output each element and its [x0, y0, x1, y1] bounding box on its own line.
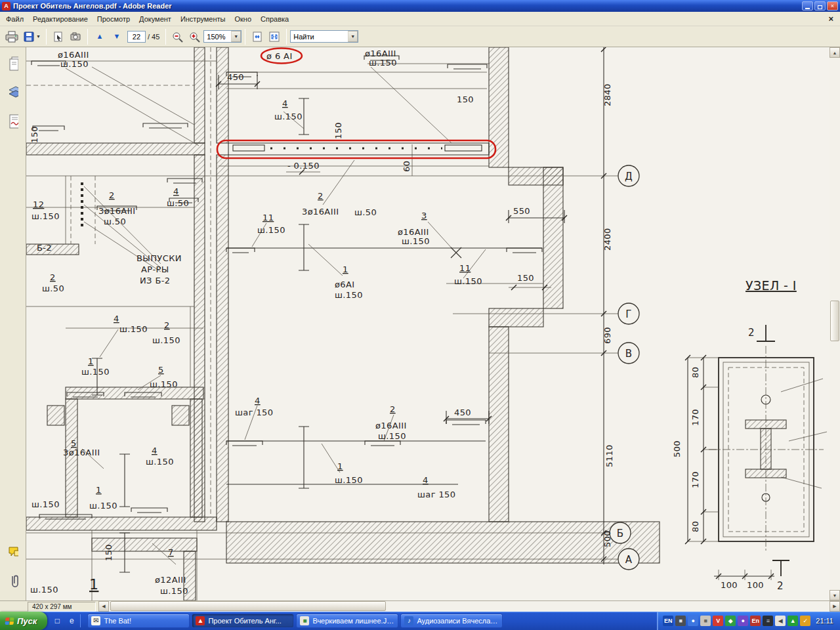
drawing-annotation: 2 — [109, 190, 115, 200]
drawing-annotation: ш.150 — [60, 59, 89, 69]
drawing-annotation: 150 — [30, 126, 39, 143]
signatures-panel-button[interactable] — [3, 112, 23, 131]
drawing-annotation: ВЫПУСКИ — [136, 253, 182, 263]
title-bar[interactable]: A Проект Обитель Ангелов.pdf - Adobe Rea… — [0, 0, 840, 12]
drawing-annotation: ш.150 — [119, 324, 148, 334]
menu-item-view[interactable]: Просмотр — [93, 13, 135, 25]
layers-panel-icon — [8, 85, 18, 100]
tray-icon-7[interactable]: ≡ — [763, 616, 773, 626]
tray-icon-6[interactable]: ● — [738, 616, 748, 626]
minimize-button[interactable] — [802, 1, 813, 10]
zoom-out-icon — [171, 31, 184, 43]
drawing-annotation: ш.150 — [335, 290, 363, 300]
drawing-annotation: 60 — [402, 161, 411, 172]
image-file-icon: ■ — [300, 616, 309, 625]
document-close-icon[interactable]: × — [823, 14, 839, 24]
audio-file-icon: ♪ — [404, 616, 413, 625]
snapshot-tool-button[interactable] — [67, 28, 84, 45]
drawing-annotation: 5 — [158, 365, 164, 375]
keyboard-layout-alt[interactable]: En — [750, 616, 761, 626]
drawing-annotation: 150 — [517, 273, 534, 283]
drawing-annotation: ш.50 — [42, 284, 64, 293]
vertical-scrollbar-track[interactable] — [830, 58, 840, 590]
drawing-annotation: 690 — [602, 327, 612, 344]
dropdown-icon: ▼ — [36, 34, 41, 39]
volume-icon[interactable]: ◀ — [775, 616, 786, 626]
drawing-annotation: ш.150 — [454, 276, 482, 286]
menu-item-help[interactable]: Справка — [256, 13, 293, 25]
print-button[interactable] — [3, 28, 21, 45]
taskbar-clock: 21:11 — [816, 617, 833, 625]
menu-item-file[interactable]: Файл — [1, 13, 28, 25]
vertical-scrollbar[interactable]: ▲ ▼ — [830, 47, 840, 600]
find-dropdown-button[interactable]: ▼ — [348, 31, 358, 42]
drawing-annotation: 12 — [33, 200, 44, 209]
drawing-annotation: ш.150 — [30, 585, 58, 595]
menu-item-tools[interactable]: Инструменты — [176, 13, 230, 25]
comments-panel-button[interactable] — [3, 543, 23, 562]
tray-icon-2[interactable]: ● — [688, 616, 698, 626]
menu-item-edit[interactable]: Редактирование — [28, 13, 93, 25]
tray-icon-3[interactable]: ■ — [700, 616, 711, 626]
drawing-annotation: Б-2 — [37, 243, 52, 253]
start-button[interactable]: Пуск — [0, 612, 47, 630]
drawing-annotation: 3ø16AIII — [98, 206, 135, 216]
attachments-panel-button[interactable] — [3, 572, 23, 591]
previous-page-button[interactable]: ▲ — [91, 28, 108, 45]
zoom-out-button[interactable] — [169, 28, 186, 45]
drawing-annotation: 2 — [777, 580, 784, 592]
fit-page-button[interactable] — [266, 28, 283, 45]
save-copy-button[interactable]: ▼ — [21, 28, 43, 45]
taskbar-task-image-viewer[interactable]: ■ Вчеркиваем лишнее.JP... — [296, 614, 398, 628]
taskbar-task-thebat[interactable]: ✉ The Bat! — [87, 614, 190, 628]
drawing-annotation: 100 — [747, 580, 764, 590]
drawing-annotation: ш.50 — [354, 207, 377, 217]
tray-icon-4[interactable]: V — [713, 616, 723, 626]
quick-launch-browser[interactable]: e — [66, 615, 77, 627]
drawing-annotation: 4 — [173, 186, 179, 196]
tray-icon-9[interactable]: ✓ — [800, 616, 810, 626]
scroll-up-button[interactable]: ▲ — [830, 47, 840, 58]
taskbar-task-audio[interactable]: ♪ Аудиозаписи Вячеслав... — [400, 614, 503, 628]
horizontal-scrollbar-track[interactable] — [109, 601, 830, 612]
scroll-left-button[interactable]: ◀ — [98, 601, 109, 612]
tray-icon-5[interactable]: ◆ — [725, 616, 736, 626]
drawing-annotation: 2 — [50, 272, 56, 282]
select-tool-icon — [52, 31, 64, 43]
document-canvas[interactable]: ДГВБА ø16AIIIш.150ø 6 AIø16AIIIш.1504501… — [26, 47, 830, 600]
drawing-annotation: ш.150 — [402, 236, 430, 246]
tray-icon-8[interactable]: ▲ — [788, 616, 798, 626]
quick-launch-show-desktop[interactable]: □ — [51, 615, 63, 627]
next-page-button[interactable]: ▼ — [108, 28, 125, 45]
drawing-annotation: 2840 — [602, 83, 612, 106]
menu-item-window[interactable]: Окно — [230, 13, 256, 25]
select-tool-button[interactable] — [50, 28, 67, 45]
find-input[interactable]: Найти ▼ — [290, 30, 358, 43]
axis-label: В — [625, 348, 633, 360]
scroll-down-button[interactable]: ▼ — [830, 590, 840, 600]
zoom-in-button[interactable] — [186, 28, 203, 45]
drawing-annotation: ИЗ Б-2 — [140, 276, 170, 285]
drawing-annotation: 3ø16AIII — [63, 448, 100, 457]
pages-panel-button[interactable] — [3, 54, 23, 74]
close-button[interactable]: × — [827, 1, 838, 10]
restore-button[interactable] — [814, 1, 826, 10]
scroll-right-button[interactable]: ▶ — [830, 601, 840, 612]
drawing-annotation: 5110 — [604, 444, 614, 467]
vertical-scrollbar-thumb[interactable] — [830, 301, 839, 341]
tray-icon-1[interactable]: ■ — [675, 616, 686, 626]
horizontal-scrollbar-thumb[interactable] — [110, 601, 386, 611]
zoom-dropdown-button[interactable]: ▼ — [231, 31, 241, 42]
drawing-annotation: 1 — [89, 576, 98, 593]
page-number-input[interactable]: 22 — [127, 31, 146, 43]
drawing-annotation: ø16AIII — [398, 227, 429, 237]
menu-item-document[interactable]: Документ — [135, 13, 176, 25]
actual-size-button[interactable] — [249, 28, 266, 45]
keyboard-layout-indicator[interactable]: EN — [663, 616, 673, 626]
taskbar-task-adobe-reader[interactable]: ▲ Проект Обитель Анг... — [192, 614, 294, 628]
pages-panel-icon — [8, 56, 18, 72]
main-area: ДГВБА ø16AIIIш.150ø 6 AIø16AIIIш.1504501… — [0, 47, 840, 600]
layers-panel-button[interactable] — [3, 83, 23, 102]
horizontal-scrollbar[interactable]: ◀ ▶ — [98, 601, 840, 612]
zoom-level-combo[interactable]: 150% ▼ — [203, 30, 242, 43]
